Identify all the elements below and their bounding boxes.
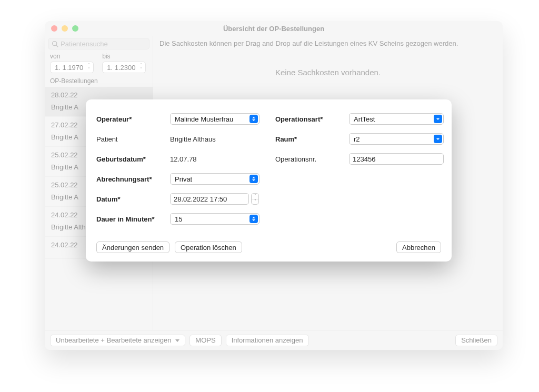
select-indicator-icon xyxy=(249,175,258,183)
operationsart-label: Operationsart* xyxy=(275,115,349,123)
datum-stepper[interactable]: ˄˅ xyxy=(251,193,259,205)
geburtsdatum-label: Geburtsdatum* xyxy=(96,155,170,163)
abrechnungsart-select[interactable]: Privat xyxy=(170,173,259,185)
datum-field[interactable]: 28.02.2022 17:50 xyxy=(170,193,249,205)
chevron-down-icon xyxy=(434,115,442,123)
operationsart-select[interactable]: ArtTest xyxy=(349,113,444,125)
raum-label: Raum* xyxy=(275,135,349,143)
dauer-label: Dauer in Minuten* xyxy=(96,215,170,223)
select-indicator-icon xyxy=(249,115,258,123)
chevron-down-icon xyxy=(434,135,442,143)
patient-value: Brigitte Althaus xyxy=(170,135,259,143)
abrechnungsart-label: Abrechnungsart* xyxy=(96,175,170,183)
operationsnr-field[interactable]: 123456 xyxy=(349,153,444,165)
datum-label: Datum* xyxy=(96,195,170,203)
operationsnr-label: Operationsnr. xyxy=(275,155,349,163)
dauer-select[interactable]: 15 xyxy=(170,213,259,225)
cancel-button[interactable]: Abbrechen xyxy=(396,242,441,253)
operateur-select[interactable]: Malinde Musterfrau xyxy=(170,113,259,125)
raum-select[interactable]: r2 xyxy=(349,133,444,145)
operateur-label: Operateur* xyxy=(96,115,170,123)
select-indicator-icon xyxy=(249,215,258,223)
patient-label: Patient xyxy=(96,135,170,143)
edit-order-modal: Operateur* Malinde Musterfrau Patient Br… xyxy=(86,99,452,262)
delete-button[interactable]: Operation löschen xyxy=(175,242,242,253)
save-button[interactable]: Änderungen senden xyxy=(96,242,169,253)
geburtsdatum-value: 12.07.78 xyxy=(170,155,259,163)
